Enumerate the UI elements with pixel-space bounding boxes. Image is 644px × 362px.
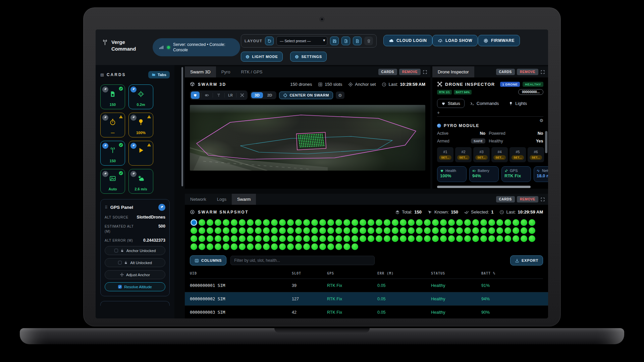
remove-button[interactable]: REMOVE (517, 196, 538, 202)
drone-dot[interactable] (376, 235, 382, 242)
drone-dot[interactable] (368, 227, 374, 234)
drone-dot[interactable] (456, 227, 463, 234)
drone-dot[interactable] (191, 235, 197, 242)
drone-dot[interactable] (199, 227, 205, 234)
drone-dot[interactable] (319, 235, 326, 242)
drone-dot[interactable] (392, 227, 398, 234)
3d-map-view[interactable] (190, 105, 425, 171)
vertical-scrollbar[interactable] (545, 131, 547, 153)
drone-dot[interactable] (424, 227, 431, 234)
drone-dot[interactable] (384, 235, 390, 242)
drone-dot[interactable] (343, 235, 350, 242)
drone-dot[interactable] (432, 227, 439, 234)
drone-dot[interactable] (287, 219, 294, 226)
layout-delete-button[interactable] (364, 37, 373, 45)
checkbox[interactable] (118, 261, 122, 264)
drone-dot[interactable] (480, 235, 487, 242)
drone-dot[interactable] (368, 235, 374, 242)
drone-dot[interactable] (271, 235, 278, 242)
drone-dot[interactable] (376, 219, 382, 226)
cards-button[interactable]: CARDS (496, 69, 515, 75)
pyro-settings-icon[interactable]: ⚙ (437, 118, 543, 123)
drone-dot[interactable] (408, 219, 415, 226)
drone-dot[interactable] (239, 243, 246, 250)
drone-dot[interactable] (343, 243, 350, 250)
drone-dot-selected[interactable] (191, 219, 197, 226)
drone-dot[interactable] (432, 235, 439, 242)
drone-dot[interactable] (416, 235, 423, 242)
layout-save-button[interactable] (330, 37, 339, 45)
drone-dot[interactable] (207, 235, 213, 242)
column-header-gps[interactable]: GPS (327, 272, 377, 275)
drone-dot[interactable] (223, 227, 229, 234)
rtk-overlay-button[interactable] (214, 92, 223, 99)
column-header-err-m-[interactable]: ERR (M) (377, 272, 431, 275)
cloud-login-button[interactable]: CLOUD LOGIN (383, 35, 432, 46)
battery-overlay-button[interactable] (203, 92, 211, 99)
export-button[interactable]: EXPORT (510, 255, 543, 265)
expand-icon[interactable] (540, 197, 545, 202)
table-row[interactable]: 0000000001 SIM39RTK Fix0.05Healthy91% (185, 279, 548, 292)
drone-dot[interactable] (376, 227, 382, 234)
drone-dot[interactable] (440, 227, 447, 234)
table-row[interactable]: 0000000003 SIM42RTK Fix0.05Healthy90% (185, 306, 548, 318)
gps-button-adjust-anchor[interactable]: Adjust Anchor (105, 270, 165, 279)
drone-dot[interactable] (521, 219, 527, 226)
drone-dot[interactable] (215, 243, 221, 250)
layout-export-button[interactable] (341, 37, 350, 45)
drone-dot[interactable] (247, 227, 254, 234)
column-header-slot[interactable]: SLOT (292, 272, 327, 275)
drone-dot[interactable] (504, 227, 511, 234)
drone-dot[interactable] (263, 235, 270, 242)
column-header-status[interactable]: STATUS (431, 272, 481, 275)
horizontal-scrollbar[interactable] (437, 186, 531, 188)
gps-pin-button[interactable] (158, 204, 165, 211)
drone-dot[interactable] (327, 243, 334, 250)
drone-dot[interactable] (496, 227, 503, 234)
drone-dot[interactable] (360, 227, 366, 234)
drone-dot[interactable] (255, 227, 262, 234)
drone-dot[interactable] (231, 219, 237, 226)
checkbox[interactable]: ✓ (118, 285, 122, 289)
drone-dot[interactable] (513, 235, 519, 242)
drone-dot[interactable] (335, 227, 342, 234)
drone-dot[interactable] (448, 235, 455, 242)
drone-dot[interactable] (199, 235, 205, 242)
pin-icon[interactable] (102, 143, 108, 149)
drone-dot[interactable] (207, 219, 213, 226)
sidebar-card-Auto[interactable]: Auto (100, 169, 125, 194)
drone-dot[interactable] (311, 227, 318, 234)
gps-button-anchor-unlocked[interactable]: Anchor Unlocked (105, 246, 165, 255)
drone-dot[interactable] (384, 227, 390, 234)
cards-button[interactable]: CARDS (496, 196, 515, 202)
drone-dot[interactable] (464, 219, 471, 226)
tab-pyro[interactable]: Pyro (216, 66, 236, 77)
drone-dot[interactable] (496, 235, 503, 242)
drone-dot[interactable] (295, 243, 302, 250)
remove-button[interactable]: REMOVE (399, 69, 421, 75)
pin-icon[interactable] (130, 86, 137, 93)
drone-dot[interactable] (472, 235, 479, 242)
drone-dot[interactable] (352, 219, 358, 226)
drone-dot[interactable] (279, 235, 286, 242)
drone-dot[interactable] (513, 219, 519, 226)
light-mode-button[interactable]: ⚙ LIGHT MODE (241, 52, 283, 62)
gps-button-resolve-altitude[interactable]: ✓Resolve Altitude (105, 282, 165, 291)
drone-dot[interactable] (255, 219, 262, 226)
drone-dot[interactable] (247, 243, 254, 250)
drone-dot[interactable] (424, 235, 431, 242)
drone-dot[interactable] (231, 243, 237, 250)
checkbox[interactable] (114, 249, 118, 252)
drone-dot[interactable] (432, 219, 439, 226)
drone-dot[interactable] (239, 219, 246, 226)
channel-set-button[interactable]: SET... (530, 155, 542, 160)
channel-set-button[interactable]: SET... (457, 155, 469, 160)
drone-dot[interactable] (327, 219, 334, 226)
layout-reset-button[interactable] (265, 37, 274, 45)
drone-dot[interactable] (456, 219, 463, 226)
drone-dot[interactable] (529, 219, 535, 226)
drone-dot[interactable] (424, 219, 431, 226)
drone-dot[interactable] (448, 227, 455, 234)
pin-icon[interactable] (102, 171, 108, 177)
drone-dot[interactable] (496, 219, 503, 226)
